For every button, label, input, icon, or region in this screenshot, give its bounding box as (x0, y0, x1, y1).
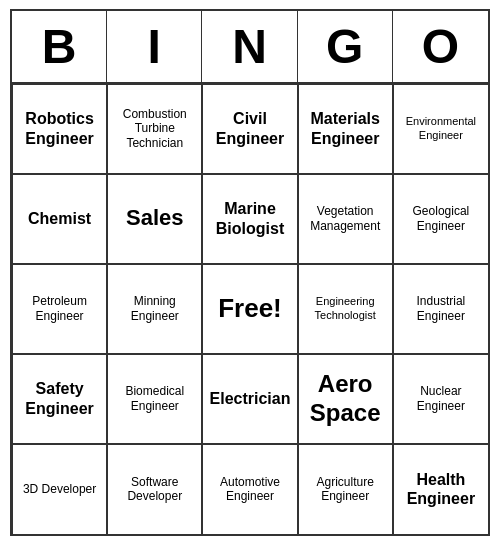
cell-text: Aero Space (303, 370, 388, 428)
bingo-cell: Automotive Engineer (202, 444, 297, 534)
bingo-cell: Minning Engineer (107, 264, 202, 354)
cell-text: Marine Biologist (207, 199, 292, 237)
bingo-cell: Aero Space (298, 354, 393, 444)
cell-text: Biomedical Engineer (112, 384, 197, 413)
bingo-cell: Marine Biologist (202, 174, 297, 264)
bingo-cell: 3D Developer (12, 444, 107, 534)
bingo-cell: Civil Engineer (202, 84, 297, 174)
cell-text: Environmental Engineer (398, 115, 484, 141)
bingo-cell: Environmental Engineer (393, 84, 488, 174)
cell-text: Electrician (210, 389, 291, 408)
bingo-cell: Health Engineer (393, 444, 488, 534)
cell-text: Nuclear Engineer (398, 384, 484, 413)
bingo-cell: Engineering Technologist (298, 264, 393, 354)
cell-text: Vegetation Management (303, 204, 388, 233)
bingo-cell: Chemist (12, 174, 107, 264)
cell-text: Safety Engineer (17, 379, 102, 417)
bingo-cell: Materials Engineer (298, 84, 393, 174)
cell-text: Materials Engineer (303, 109, 388, 147)
cell-text: Free! (218, 293, 282, 324)
bingo-cell: Combustion Turbine Technician (107, 84, 202, 174)
cell-text: Minning Engineer (112, 294, 197, 323)
cell-text: Chemist (28, 209, 91, 228)
cell-text: Automotive Engineer (207, 475, 292, 504)
cell-text: 3D Developer (23, 482, 96, 496)
cell-text: Software Developer (112, 475, 197, 504)
bingo-card: BINGO Robotics EngineerCombustion Turbin… (10, 9, 490, 536)
bingo-cell: Robotics Engineer (12, 84, 107, 174)
bingo-cell: Software Developer (107, 444, 202, 534)
cell-text: Civil Engineer (207, 109, 292, 147)
bingo-cell: Biomedical Engineer (107, 354, 202, 444)
bingo-cell: Industrial Engineer (393, 264, 488, 354)
header-letter: G (298, 11, 393, 82)
bingo-cell: Agriculture Engineer (298, 444, 393, 534)
cell-text: Agriculture Engineer (303, 475, 388, 504)
cell-text: Petroleum Engineer (17, 294, 102, 323)
header-letter: I (107, 11, 202, 82)
bingo-cell: Free! (202, 264, 297, 354)
header-letter: B (12, 11, 107, 82)
cell-text: Combustion Turbine Technician (112, 107, 197, 150)
bingo-cell: Geological Engineer (393, 174, 488, 264)
bingo-grid: Robotics EngineerCombustion Turbine Tech… (12, 84, 488, 534)
bingo-cell: Safety Engineer (12, 354, 107, 444)
header-letter: N (202, 11, 297, 82)
bingo-cell: Electrician (202, 354, 297, 444)
bingo-cell: Sales (107, 174, 202, 264)
cell-text: Engineering Technologist (303, 295, 388, 321)
cell-text: Sales (126, 205, 184, 231)
bingo-cell: Nuclear Engineer (393, 354, 488, 444)
cell-text: Robotics Engineer (17, 109, 102, 147)
bingo-cell: Vegetation Management (298, 174, 393, 264)
cell-text: Geological Engineer (398, 204, 484, 233)
bingo-cell: Petroleum Engineer (12, 264, 107, 354)
header-letter: O (393, 11, 488, 82)
bingo-header: BINGO (12, 11, 488, 84)
cell-text: Industrial Engineer (398, 294, 484, 323)
cell-text: Health Engineer (398, 470, 484, 508)
